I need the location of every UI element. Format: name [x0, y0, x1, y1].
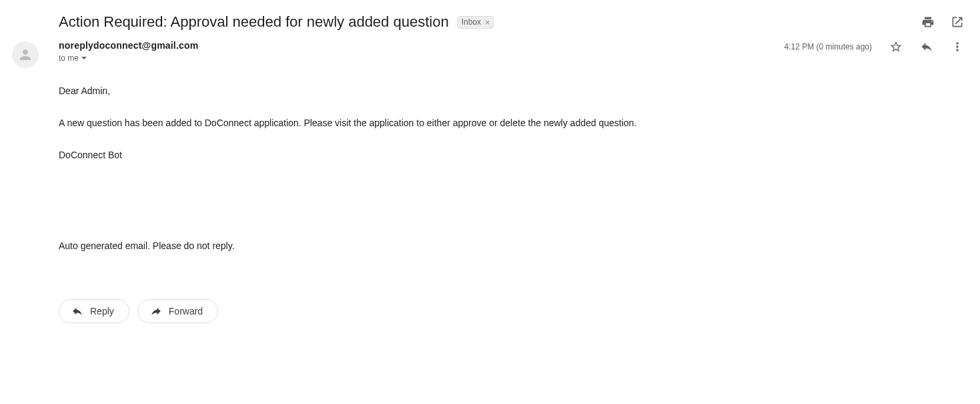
reply-button[interactable]: Reply	[59, 299, 129, 323]
forward-label: Forward	[169, 306, 203, 317]
close-icon[interactable]: ×	[484, 17, 492, 27]
more-icon[interactable]	[951, 40, 964, 53]
forward-arrow-icon	[150, 305, 162, 317]
label-text: Inbox	[462, 17, 481, 27]
body-greeting: Dear Admin,	[59, 84, 969, 97]
recipient-dropdown[interactable]: to me	[59, 53, 198, 63]
print-icon[interactable]	[921, 15, 935, 29]
open-new-window-icon[interactable]	[951, 15, 964, 29]
chevron-down-icon	[81, 57, 87, 59]
reply-label: Reply	[90, 306, 114, 317]
email-body: Dear Admin, A new question has been adde…	[11, 68, 969, 252]
forward-button[interactable]: Forward	[137, 299, 218, 323]
recipient-text: to me	[59, 53, 79, 63]
reply-icon[interactable]	[920, 40, 933, 53]
timestamp: 4:12 PM (0 minutes ago)	[785, 42, 872, 51]
label-chip[interactable]: Inbox ×	[457, 16, 494, 29]
email-subject: Action Required: Approval needed for new…	[59, 13, 449, 31]
body-signature: DoConnect Bot	[59, 148, 969, 162]
avatar[interactable]	[12, 41, 39, 68]
reply-arrow-icon	[71, 305, 83, 317]
person-icon	[17, 47, 33, 63]
star-icon[interactable]	[889, 40, 903, 53]
body-footer: Auto generated email. Please do not repl…	[59, 239, 969, 252]
body-main: A new question has been added to DoConne…	[59, 116, 969, 130]
sender-address[interactable]: noreplydoconnect@gmail.com	[59, 40, 198, 51]
